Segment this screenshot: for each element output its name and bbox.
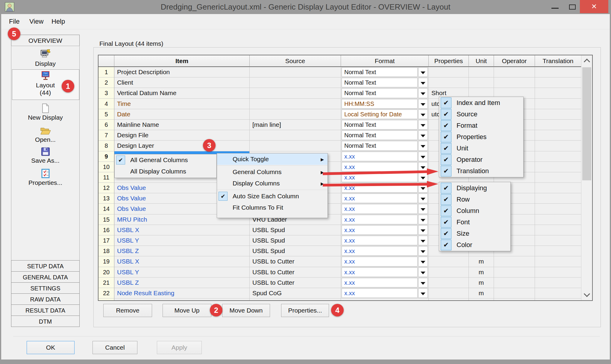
- column-toggle-item[interactable]: ✔Displaying: [439, 182, 510, 194]
- checkbox-checked-icon[interactable]: ✔: [441, 194, 451, 205]
- source-cell[interactable]: [250, 67, 341, 77]
- column-toggle-item[interactable]: ✔Column: [439, 205, 510, 217]
- column-toggle-item[interactable]: ✔Font: [439, 217, 510, 228]
- close-button[interactable]: ×: [580, 0, 608, 13]
- format-cell[interactable]: Normal Text: [341, 67, 429, 77]
- format-value[interactable]: x.xx: [342, 267, 418, 277]
- source-cell[interactable]: USBL Spud: [250, 225, 341, 235]
- move-down-button[interactable]: Move Down: [222, 304, 270, 317]
- item-cell[interactable]: Design Layer: [114, 141, 250, 151]
- format-cell[interactable]: Normal Text: [341, 77, 429, 88]
- table-row[interactable]: 2ClientNormal Text: [98, 77, 581, 88]
- format-cell[interactable]: x.xx: [341, 193, 429, 204]
- translation-cell[interactable]: [535, 288, 581, 298]
- item-cell[interactable]: USBL X: [114, 225, 250, 235]
- translation-cell[interactable]: [535, 214, 581, 225]
- translation-cell[interactable]: [535, 235, 581, 246]
- format-value[interactable]: x.xx: [342, 246, 418, 256]
- format-value[interactable]: x.xx: [342, 194, 418, 203]
- sidebar-item-properties[interactable]: Properties...: [11, 169, 79, 186]
- translation-cell[interactable]: [535, 130, 581, 141]
- item-cell[interactable]: USBL Y: [114, 235, 250, 246]
- source-cell[interactable]: [250, 130, 341, 141]
- properties-cell[interactable]: [429, 77, 469, 88]
- checkbox-checked-icon[interactable]: ✔: [441, 154, 451, 165]
- sidebar-item-save-as[interactable]: Save As...: [11, 147, 79, 164]
- checkbox-checked-icon[interactable]: ✔: [441, 205, 451, 216]
- header-item[interactable]: Item: [114, 55, 250, 67]
- format-dropdown-button[interactable]: [418, 267, 428, 277]
- scrollbar-thumb[interactable]: [582, 67, 591, 180]
- format-dropdown-button[interactable]: [418, 152, 428, 161]
- format-cell[interactable]: x.xx: [341, 225, 429, 235]
- format-value[interactable]: Normal Text: [342, 130, 418, 140]
- header-source[interactable]: Source: [250, 55, 341, 67]
- header-properties[interactable]: Properties: [429, 55, 469, 67]
- translation-cell[interactable]: [535, 256, 581, 267]
- format-dropdown-button[interactable]: [418, 288, 428, 298]
- menu-help[interactable]: Help: [48, 14, 68, 29]
- translation-cell[interactable]: [535, 183, 581, 193]
- format-dropdown-button[interactable]: [418, 194, 428, 203]
- translation-cell[interactable]: [535, 162, 581, 172]
- column-toggle-item[interactable]: ✔Size: [439, 228, 510, 239]
- source-cell[interactable]: USBL to Cutter: [250, 256, 341, 267]
- unit-cell[interactable]: [469, 77, 494, 88]
- item-cell[interactable]: Date: [114, 109, 250, 120]
- column-toggle-item[interactable]: ✔Source: [439, 109, 523, 120]
- format-cell[interactable]: x.xx: [341, 151, 429, 162]
- properties-cell[interactable]: [429, 256, 469, 267]
- checkbox-checked-icon[interactable]: ✔: [441, 98, 451, 108]
- format-cell[interactable]: x.xx: [341, 288, 429, 298]
- cancel-button[interactable]: Cancel: [93, 341, 137, 354]
- header-operator[interactable]: Operator: [494, 55, 535, 67]
- sidebar-item-new-display[interactable]: New Display: [11, 103, 79, 121]
- format-dropdown-button[interactable]: [418, 130, 428, 140]
- format-cell[interactable]: x.xx: [341, 278, 429, 288]
- translation-cell[interactable]: [535, 120, 581, 130]
- sidebar-section-general-data[interactable]: GENERAL DATA: [11, 271, 80, 283]
- format-value[interactable]: x.xx: [342, 215, 418, 224]
- translation-cell[interactable]: [535, 77, 581, 88]
- column-toggle-item[interactable]: ✔Properties: [439, 131, 523, 143]
- format-cell[interactable]: Local Setting for Date: [341, 109, 429, 120]
- format-cell[interactable]: Normal Text: [341, 141, 429, 151]
- column-toggle-item[interactable]: ✔Index and Item: [439, 97, 523, 109]
- translation-cell[interactable]: [535, 225, 581, 235]
- move-up-button[interactable]: Move Up: [163, 304, 211, 317]
- operator-cell[interactable]: [494, 67, 535, 77]
- vertical-scrollbar[interactable]: [581, 55, 592, 300]
- format-dropdown-button[interactable]: [418, 246, 428, 256]
- checkbox-checked-icon[interactable]: ✔: [441, 228, 451, 239]
- header-unit[interactable]: Unit: [469, 55, 494, 67]
- apply-button[interactable]: Apply: [157, 341, 202, 354]
- menu-file[interactable]: File: [6, 14, 22, 29]
- format-dropdown-button[interactable]: [418, 67, 428, 77]
- format-value[interactable]: Local Setting for Date: [342, 109, 418, 119]
- format-dropdown-button[interactable]: [418, 120, 428, 130]
- item-cell[interactable]: USBL Z: [114, 278, 250, 288]
- checkbox-checked-icon[interactable]: ✔: [441, 166, 451, 176]
- sidebar-section-settings[interactable]: SETTINGS: [11, 282, 80, 294]
- header-row-number[interactable]: [98, 55, 114, 67]
- source-cell[interactable]: USBL to Cutter: [250, 278, 341, 288]
- format-dropdown-button[interactable]: [418, 109, 428, 119]
- format-value[interactable]: x.xx: [342, 288, 418, 298]
- properties-cell[interactable]: [429, 288, 469, 298]
- format-value[interactable]: Normal Text: [342, 67, 418, 77]
- format-cell[interactable]: Normal Text: [341, 88, 429, 98]
- sidebar-section-dtm[interactable]: DTM: [11, 316, 80, 327]
- format-dropdown-button[interactable]: [418, 141, 428, 150]
- header-translation[interactable]: Translation: [535, 55, 581, 67]
- menu-item-fit-columns-to-fit[interactable]: Fit Columns To Fit: [217, 202, 328, 213]
- format-cell[interactable]: x.xx: [341, 235, 429, 246]
- format-value[interactable]: x.xx: [342, 257, 418, 266]
- format-dropdown-button[interactable]: [418, 215, 428, 224]
- item-cell[interactable]: Client: [114, 77, 250, 88]
- format-value[interactable]: HH:MM:SS: [342, 99, 418, 109]
- table-row[interactable]: 22Node Result EastingSpud CoGx.xxm: [98, 288, 581, 298]
- translation-cell[interactable]: [535, 172, 581, 183]
- checkbox-checked-icon[interactable]: ✔: [441, 217, 451, 228]
- source-cell[interactable]: [250, 141, 341, 151]
- format-cell[interactable]: x.xx: [341, 267, 429, 278]
